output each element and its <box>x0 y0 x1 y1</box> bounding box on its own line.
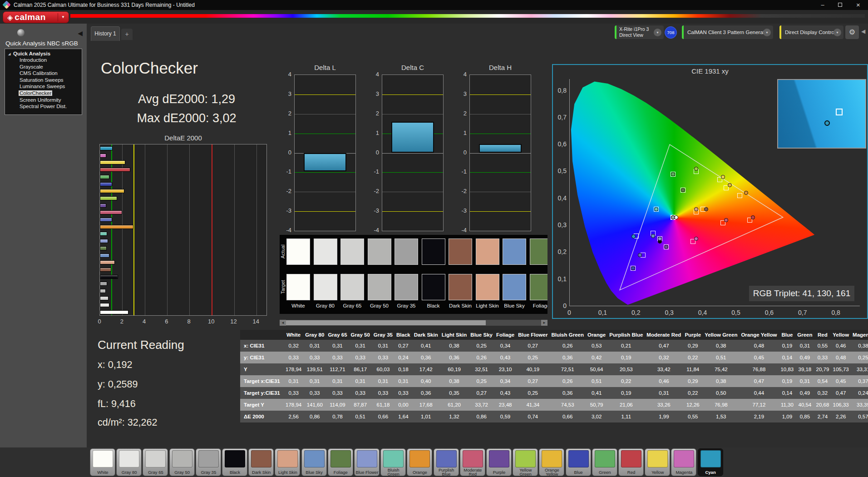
patch-label: Gray 80 <box>117 468 141 476</box>
deltae-bar <box>100 210 122 214</box>
table-row: x: CIE310,320,310,310,310,310,270,410,38… <box>240 340 868 352</box>
deltae-axis-tick-label: 0 <box>98 318 101 325</box>
calman-menu-button[interactable]: ◈ calman ▼ <box>3 11 69 23</box>
deltae-axis-tick-label: 12 <box>230 318 237 325</box>
sidebar-item-cms-calibration[interactable]: CMS Calibration <box>5 70 82 77</box>
sidebar-item-grayscale[interactable]: Grayscale <box>5 64 82 70</box>
patch-label: White <box>91 468 115 476</box>
delta-gridline <box>382 172 443 173</box>
scroll-left-icon[interactable]: ◄ <box>280 320 286 326</box>
patch-button-black[interactable]: Black <box>222 448 247 476</box>
tree-item-label: CMS Calibration <box>19 70 59 76</box>
patch-button-red[interactable]: Red <box>618 448 644 476</box>
patch-button-dark-skin[interactable]: Dark Skin <box>248 448 274 476</box>
chevron-down-icon[interactable]: ▼ <box>833 29 841 36</box>
table-cell: 0,24 <box>395 352 412 363</box>
scrollbar-thumb[interactable] <box>286 320 486 325</box>
cie-axis-tick-label: 0,6 <box>765 309 774 316</box>
table-cell: 17,42 <box>412 363 440 375</box>
table-cell: 86,17 <box>349 363 372 375</box>
sidebar-item-luminance-sweeps[interactable]: Luminance Sweeps <box>5 83 82 90</box>
patch-button-light-skin[interactable]: Light Skin <box>275 448 300 476</box>
close-button[interactable]: × <box>848 0 868 10</box>
sidebar-item-introduction[interactable]: Introduction <box>5 57 82 64</box>
tree-expander-icon[interactable]: ◢ <box>8 52 10 56</box>
delta-gridline <box>295 192 355 192</box>
table-column-header: Gray 35 <box>372 330 395 340</box>
sidebar-item-saturation-sweeps[interactable]: Saturation Sweeps <box>5 77 82 84</box>
table-column-header: Gray 65 <box>326 330 349 340</box>
sidebar-item-colorchecker[interactable]: ColorChecker <box>5 90 82 97</box>
pattern-source-dropdown[interactable]: CalMAN Client 3 Pattern Generator ▼ <box>682 25 773 39</box>
patch-button-orange-yellow[interactable]: Orange Yellow <box>539 448 564 476</box>
delta-axis-tick-label: -4 <box>286 227 291 234</box>
patch-label: Orange <box>408 468 432 476</box>
sidebar-item-screen-uniformity[interactable]: Screen Uniformity <box>5 97 82 104</box>
sidebar-item-spectral-power-dist-[interactable]: Spectral Power Dist. <box>5 103 82 110</box>
patch-button-white[interactable]: White <box>90 448 115 476</box>
collapse-right-panel-icon[interactable]: ◀ <box>861 28 865 35</box>
patch-button-orange[interactable]: Orange <box>407 448 432 476</box>
table-cell: 0,31 <box>795 340 814 352</box>
actual-swatch <box>503 238 526 265</box>
title-bar[interactable]: Calman 2025 Calman Ultimate for Business… <box>0 0 868 10</box>
calman-app-icon <box>2 0 10 9</box>
table-cell: 0,31 <box>349 340 372 352</box>
inset-actual-point <box>824 120 830 126</box>
delta-bar <box>391 122 434 153</box>
patch-button-magenta[interactable]: Magenta <box>671 448 696 476</box>
scroll-right-icon[interactable]: ► <box>541 320 547 326</box>
tab-history-1[interactable]: History 1 <box>91 26 120 41</box>
cie-axis-tick-label: 0,6 <box>554 140 567 148</box>
deltae-gridline <box>167 144 168 315</box>
meter-dropdown[interactable]: X-Rite i1Pro 3 Direct View ▼ <box>615 25 664 39</box>
patch-button-gray-35[interactable]: Gray 35 <box>196 448 221 476</box>
sphere-icon[interactable] <box>17 29 25 36</box>
patch-button-yellow[interactable]: Yellow <box>645 448 670 476</box>
target-swatch <box>395 274 418 300</box>
table-cell: 20,53 <box>607 363 645 375</box>
maximize-button[interactable] <box>831 0 848 10</box>
patch-button-cyan[interactable]: Cyan <box>698 448 723 476</box>
patch-button-gray-80[interactable]: Gray 80 <box>116 448 142 476</box>
display-control-dropdown[interactable]: Direct Display Control ▼ <box>779 25 843 39</box>
add-tab-button[interactable]: + <box>121 29 133 40</box>
deltae-axis-tick-label: 4 <box>143 318 146 325</box>
table-cell: 0,31 <box>303 375 326 387</box>
patch-button-purple[interactable]: Purple <box>486 448 512 476</box>
deltae-bar <box>100 303 109 307</box>
meter-count-badge[interactable]: 708 <box>665 26 677 39</box>
patch-button-gray-50[interactable]: Gray 50 <box>169 448 195 476</box>
patch-button-blue-sky[interactable]: Blue Sky <box>301 448 327 476</box>
table-column-header: Purple <box>683 330 703 340</box>
table-cell: 0,31 <box>326 340 349 352</box>
table-cell: 0,38 <box>851 340 868 352</box>
target-swatch <box>286 274 310 300</box>
deltae-gridline <box>145 144 145 315</box>
cie-actual-point <box>728 183 732 187</box>
target-swatch <box>422 274 445 300</box>
patch-button-blue[interactable]: Blue <box>566 448 591 476</box>
table-cell: 0,14 <box>779 387 795 399</box>
patch-button-yellow-green[interactable]: Yellow Green <box>513 448 538 476</box>
settings-gear-button[interactable]: ⚙ <box>845 25 859 39</box>
swatch-column: Gray 50 <box>368 235 391 314</box>
patch-button-gray-65[interactable]: Gray 65 <box>143 448 168 476</box>
patch-button-purplish-blue[interactable]: Purplish Blue <box>434 448 459 476</box>
chevron-down-icon[interactable]: ▼ <box>654 29 661 36</box>
collapse-sidebar-icon[interactable]: ◀ <box>78 30 83 37</box>
patch-button-moderate-red[interactable]: Moderate Red <box>460 448 485 476</box>
table-cell: 0,31 <box>795 375 814 387</box>
patch-button-green[interactable]: Green <box>592 448 617 476</box>
table-cell: 139,51 <box>303 363 326 375</box>
chevron-down-icon[interactable]: ▼ <box>763 29 771 36</box>
patch-button-blue-flower[interactable]: Blue Flower <box>354 448 380 476</box>
swatch-scrollbar[interactable]: ◄ ► <box>280 320 547 326</box>
patch-button-foliage[interactable]: Foliage <box>328 448 353 476</box>
patch-button-bluish-green[interactable]: Bluish Green <box>380 448 406 476</box>
workflow-tree[interactable]: ◢ Quick Analysis IntroductionGrayscaleCM… <box>5 49 82 115</box>
table-cell: 141,60 <box>303 399 326 411</box>
table-row: Y178,94139,51112,7186,1760,030,1817,4260… <box>240 363 868 375</box>
minimize-button[interactable]: – <box>814 0 831 10</box>
tree-root-item[interactable]: ◢ Quick Analysis <box>5 49 82 57</box>
